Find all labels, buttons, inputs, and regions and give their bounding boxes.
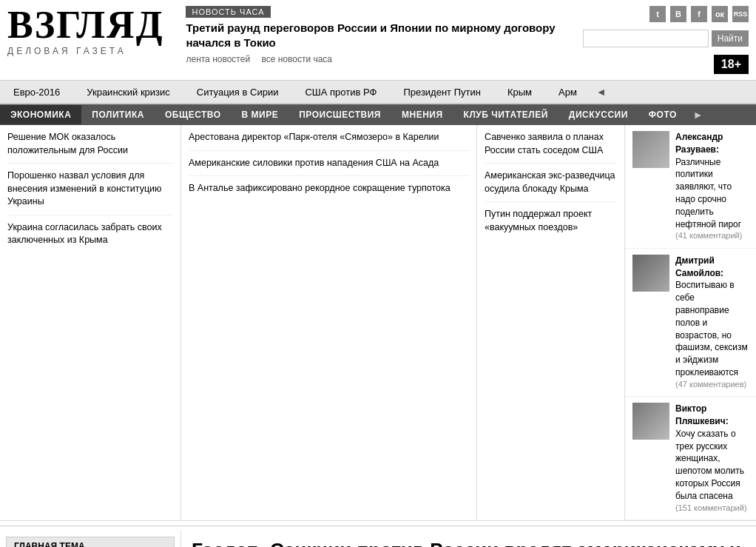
right-news-link-0[interactable]: Савченко заявила о планах России стать с…: [485, 132, 604, 155]
right-news-item-1: Американская экс-разведчица осудила блок…: [485, 170, 617, 202]
top-nav-item-4[interactable]: Президент Путин: [390, 81, 494, 103]
right-news-col: Савченко заявила о планах России стать с…: [477, 125, 625, 520]
middle-news-list: Арестована директор «Парк-отеля «Сямозер…: [181, 125, 476, 207]
opinion-link-1[interactable]: Воспитываю в себе равноправие полов и во…: [675, 280, 748, 377]
left-news-link-2[interactable]: Украина согласилась забрать своих заключ…: [7, 222, 162, 246]
opinion-avatar-img-2: [632, 403, 669, 440]
bookmark-icon[interactable]: B: [670, 6, 686, 22]
main-nav-item-5[interactable]: МНЕНИЯ: [391, 105, 453, 124]
opinion-text-0: Александр Разуваев: Различные политики з…: [675, 131, 749, 242]
left-news-item-1: Порошенко назвал условия для внесения из…: [7, 170, 173, 215]
divider: [0, 526, 756, 526]
right-news-item-2: Путин поддержал проект «вакуумных поездо…: [485, 208, 617, 240]
top-nav-arrow-left[interactable]: ◄: [590, 81, 612, 103]
main-nav-item-7[interactable]: ДИСКУССИИ: [558, 105, 638, 124]
left-panel: ГЛАВНАЯ ТЕМА Европа продлевает санкции, …: [0, 531, 181, 547]
right-news-link-1[interactable]: Американская экс-разведчица осудила блок…: [485, 170, 615, 194]
left-news-item-0: Решение МОК оказалось положительным для …: [7, 131, 173, 164]
strip-col2: Арестована директор «Парк-отеля «Сямозер…: [181, 125, 477, 520]
left-news-link-0[interactable]: Решение МОК оказалось положительным для …: [7, 132, 128, 155]
article-title: Госдеп: Санкции против России вредят аме…: [192, 538, 746, 547]
opinion-comments-1: (47 комментариев): [675, 379, 749, 390]
breaking-link-2[interactable]: все новости часа: [261, 54, 332, 64]
right-news-list: Савченко заявила о планах России стать с…: [477, 125, 624, 246]
article-area: Госдеп: Санкции против России вредят аме…: [181, 531, 756, 547]
opinion-avatar-img-0: [632, 131, 669, 168]
opinion-text-1: Дмитрий Самойлов: Воспитываю в себе равн…: [675, 255, 749, 390]
age-badge: 18+: [714, 55, 749, 74]
main-nav: ЭКОНОМИКА ПОЛИТИКА ОБЩЕСТВО В МИРЕ ПРОИС…: [0, 104, 756, 125]
main-theme-label: ГЛАВНАЯ ТЕМА: [6, 537, 175, 547]
breaking-links: лента новостей все новости часа: [186, 54, 575, 64]
right-news-link-2[interactable]: Путин поддержал проект «вакуумных поездо…: [485, 209, 592, 232]
top-nav-item-3[interactable]: США против РФ: [291, 81, 390, 103]
facebook-icon[interactable]: f: [691, 6, 707, 22]
breaking-title: Третий раунд переговоров России и Японии…: [186, 21, 575, 50]
left-news-list: Решение МОК оказалось положительным для …: [0, 125, 180, 259]
top-nav-item-5[interactable]: Крым: [494, 81, 545, 103]
opinion-author-0: Александр Разуваев:: [675, 132, 723, 155]
rss-icon[interactable]: RSS: [732, 6, 749, 22]
logo-subtitle: ДЕЛОВАЯ ГАЗЕТА: [7, 46, 163, 56]
opinion-link-0[interactable]: Различные политики заявляют, что надо ср…: [675, 157, 741, 229]
main-nav-item-2[interactable]: ОБЩЕСТВО: [155, 105, 232, 124]
top-nav-item-6[interactable]: Арм: [545, 81, 590, 103]
top-nav: Евро-2016 Украинский кризис Ситуация в С…: [0, 81, 756, 104]
opinion-avatar-0: [632, 131, 669, 168]
top-news-strip: Решение МОК оказалось положительным для …: [0, 125, 756, 521]
strip-col1: Решение МОК оказалось положительным для …: [0, 125, 181, 520]
main-nav-arrow[interactable]: ►: [687, 104, 709, 125]
breaking-label: НОВОСТЬ ЧАСА: [186, 6, 270, 18]
search-row: Найти: [583, 30, 749, 47]
main-nav-item-4[interactable]: ПРОИСШЕСТВИЯ: [288, 105, 391, 124]
middle-news-item-0: Арестована директор «Парк-отеля «Сямозер…: [189, 131, 469, 151]
logo-title: ВЗГЛЯД: [7, 6, 163, 44]
opinion-comments-2: (151 комментарий): [675, 503, 749, 514]
top-nav-item-0[interactable]: Евро-2016: [0, 81, 73, 103]
opinion-author-1: Дмитрий Самойлов:: [675, 255, 723, 278]
main-nav-item-1[interactable]: ПОЛИТИКА: [81, 105, 155, 124]
opinion-text-2: Виктор Пляшкевич: Хочу сказать о трех ру…: [675, 403, 749, 514]
breaking-news: НОВОСТЬ ЧАСА Третий раунд переговоров Ро…: [186, 6, 575, 64]
opinion-comments-0: (41 комментарий): [675, 230, 749, 241]
opinion-avatar-img-1: [632, 255, 669, 292]
social-icons: t B f ок RSS: [649, 6, 749, 22]
left-news-link-1[interactable]: Порошенко назвал условия для внесения из…: [7, 170, 161, 207]
top-nav-item-2[interactable]: Ситуация в Сирии: [183, 81, 292, 103]
main-nav-item-8[interactable]: ФОТО: [638, 105, 687, 124]
opinion-item-2: Виктор Пляшкевич: Хочу сказать о трех ру…: [625, 397, 756, 520]
middle-news-item-1: Американские силовики против нападения С…: [189, 157, 469, 177]
logo: ВЗГЛЯД ДЕЛОВАЯ ГАЗЕТА: [7, 6, 163, 56]
opinion-avatar-1: [632, 255, 669, 292]
strip-col3: Савченко заявила о планах России стать с…: [477, 125, 756, 520]
middle-news-link-2[interactable]: В Анталье зафиксировано рекордное сокращ…: [189, 183, 450, 193]
middle-news-link-1[interactable]: Американские силовики против нападения С…: [189, 158, 439, 168]
opinion-author-2: Виктор Пляшкевич:: [675, 403, 729, 426]
middle-news-link-0[interactable]: Арестована директор «Парк-отеля «Сямозер…: [189, 132, 439, 142]
middle-news-item-2: В Анталье зафиксировано рекордное сокращ…: [189, 182, 469, 201]
right-news-item-0: Савченко заявила о планах России стать с…: [485, 131, 617, 164]
main-content: ГЛАВНАЯ ТЕМА Европа продлевает санкции, …: [0, 531, 756, 547]
twitter-icon[interactable]: t: [649, 6, 666, 22]
opinion-item-1: Дмитрий Самойлов: Воспитываю в себе равн…: [625, 249, 756, 397]
main-nav-item-0[interactable]: ЭКОНОМИКА: [0, 105, 81, 124]
opinion-link-2[interactable]: Хочу сказать о трех русских женщинах, ше…: [675, 429, 744, 501]
opinions-col: Александр Разуваев: Различные политики з…: [625, 125, 756, 520]
top-nav-item-1[interactable]: Украинский кризис: [73, 81, 183, 103]
opinion-item-0: Александр Разуваев: Различные политики з…: [625, 125, 756, 249]
odnoklassniki-icon[interactable]: ок: [712, 6, 728, 22]
breaking-title-link[interactable]: Третий раунд переговоров России и Японии…: [186, 21, 555, 49]
opinion-avatar-2: [632, 403, 669, 440]
left-news-item-2: Украина согласилась забрать своих заключ…: [7, 221, 173, 253]
main-nav-item-3[interactable]: В МИРЕ: [232, 105, 289, 124]
breaking-link-1[interactable]: лента новостей: [186, 54, 250, 64]
search-area: t B f ок RSS Найти 18+: [583, 6, 749, 74]
header: ВЗГЛЯД ДЕЛОВАЯ ГАЗЕТА НОВОСТЬ ЧАСА Трети…: [0, 0, 756, 81]
search-input[interactable]: [583, 30, 709, 47]
main-nav-item-6[interactable]: КЛУБ ЧИТАТЕЛЕЙ: [453, 105, 558, 124]
search-button[interactable]: Найти: [712, 30, 749, 47]
